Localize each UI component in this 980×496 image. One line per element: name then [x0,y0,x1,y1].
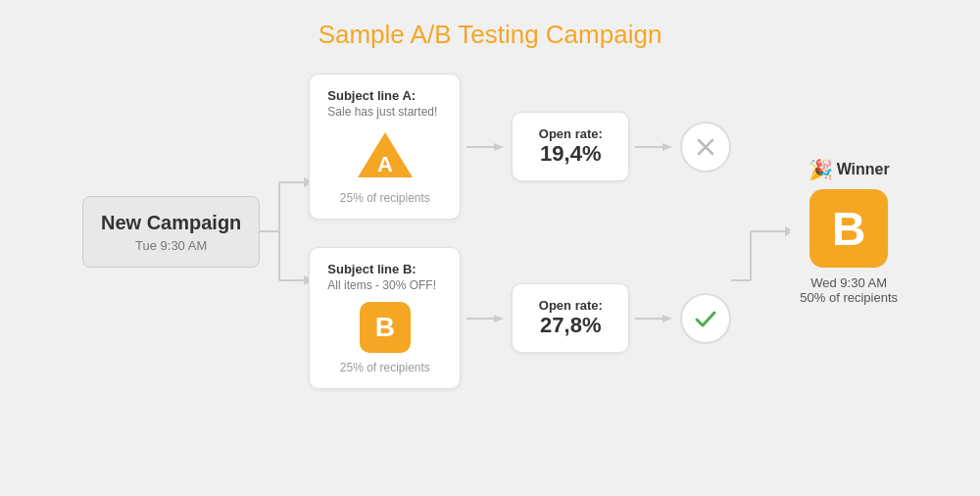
subject-b-card: Subject line B: All items - 30% OFF! B 2… [309,247,461,389]
svg-marker-10 [494,143,504,151]
svg-marker-5 [304,177,309,187]
arrow-or-to-decision-a [635,137,674,157]
winner-footer: Wed 9:30 AM 50% of recipients [800,275,898,305]
decision-b-circle [680,293,731,344]
subject-a-title: Subject line A: [327,88,442,103]
fork-connector [260,148,309,315]
open-rate-a-card: Open rate: 19,4% [512,112,629,181]
winner-emoji-icon: 🎉 [808,158,833,181]
svg-marker-22 [785,226,790,236]
winner-box: B [809,189,888,268]
open-rate-b-value: 27,8% [530,313,611,338]
arrow-svg-or-b [635,309,674,328]
subject-a-card: Subject line A: Sale has just started! A… [309,74,461,220]
winner-connector [731,148,790,315]
arrow-or-to-decision-b [635,309,674,328]
svg-text:A: A [377,152,393,176]
arrow-a-to-or [466,137,506,157]
square-b-icon: B [360,302,411,353]
winner-label-row: 🎉 Winner [808,158,890,181]
subject-b-title: Subject line B: [327,262,442,276]
campaign-time: Tue 9:30 AM [101,238,241,253]
page-title: Sample A/B Testing Campaign [318,20,662,50]
open-rate-a-label: Open rate: [530,126,611,141]
triangle-a-icon: A [356,128,415,179]
winner-recipients: 50% of recipients [800,290,898,305]
branches-container: Subject line A: Sale has just started! A… [309,74,731,389]
open-rate-a-value: 19,4% [530,141,611,167]
decision-a-circle [680,122,731,173]
arrow-svg-a [466,137,506,157]
branch-b: Subject line B: All items - 30% OFF! B 2… [309,247,731,389]
open-rate-b-card: Open rate: 27,8% [512,283,629,353]
subject-a-recipients: 25% of recipients [327,191,442,205]
icon-a-wrap: A [327,128,442,183]
winner-time: Wed 9:30 AM [800,275,898,290]
subject-a-subtitle: Sale has just started! [327,105,442,119]
winner-connect-svg [731,148,790,315]
campaign-start-box: New Campaign Tue 9:30 AM [82,196,260,268]
subject-b-subtitle: All items - 30% OFF! [327,278,442,292]
arrow-b-to-or [466,309,506,328]
svg-marker-6 [304,275,309,285]
winner-text: Winner [837,161,890,178]
reject-icon [694,135,717,159]
svg-marker-12 [662,143,672,151]
open-rate-b-label: Open rate: [530,298,611,313]
winner-section: 🎉 Winner B Wed 9:30 AM 50% of recipients [800,158,898,305]
diagram: New Campaign Tue 9:30 AM Subject line A:… [20,74,960,389]
arrow-svg-b [466,309,506,328]
arrow-svg-or-a [635,137,674,157]
fork-svg [260,148,309,315]
branch-a: Subject line A: Sale has just started! A… [309,74,731,220]
campaign-label: New Campaign [101,211,241,234]
svg-marker-16 [494,315,504,322]
subject-b-recipients: 25% of recipients [327,361,442,374]
accept-icon [692,305,719,332]
svg-marker-18 [662,315,672,322]
